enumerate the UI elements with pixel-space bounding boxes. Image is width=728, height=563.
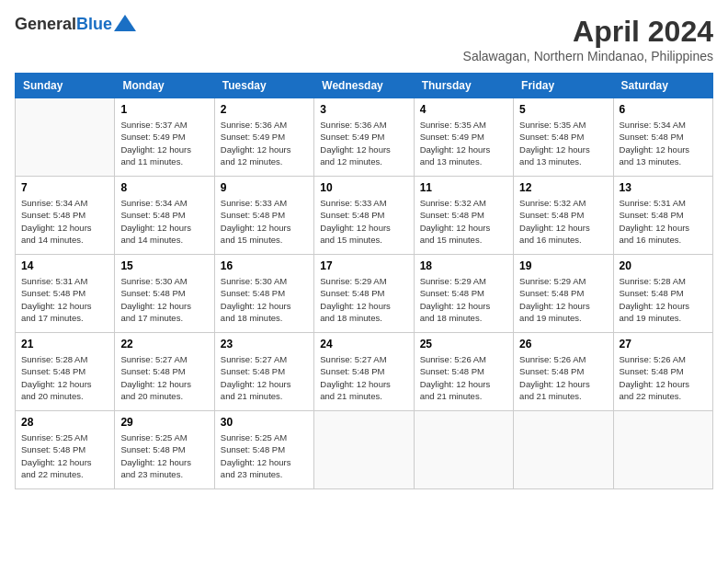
day-number: 10	[320, 181, 407, 194]
day-number: 27	[620, 338, 707, 350]
day-info: Sunrise: 5:25 AMSunset: 5:48 PMDaylight:…	[120, 431, 208, 480]
day-number: 22	[120, 338, 208, 350]
day-info: Sunrise: 5:29 AMSunset: 5:48 PMDaylight:…	[420, 275, 507, 324]
calendar-header-thursday: Thursday	[414, 74, 513, 98]
month-title: April 2024	[463, 15, 713, 49]
calendar-cell: 14Sunrise: 5:31 AMSunset: 5:48 PMDayligh…	[16, 255, 115, 333]
day-number: 16	[221, 259, 308, 272]
calendar-week-row: 7Sunrise: 5:34 AMSunset: 5:48 PMDaylight…	[16, 177, 713, 255]
calendar-week-row: 28Sunrise: 5:25 AMSunset: 5:48 PMDayligh…	[16, 411, 713, 489]
day-info: Sunrise: 5:33 AMSunset: 5:48 PMDaylight:…	[221, 197, 308, 246]
calendar-cell: 1Sunrise: 5:37 AMSunset: 5:49 PMDaylight…	[115, 98, 214, 177]
day-info: Sunrise: 5:36 AMSunset: 5:49 PMDaylight:…	[221, 119, 308, 167]
page-header: GeneralBlue April 2024 Salawagan, Northe…	[15, 15, 713, 63]
day-info: Sunrise: 5:30 AMSunset: 5:48 PMDaylight:…	[221, 275, 308, 324]
calendar-cell: 19Sunrise: 5:29 AMSunset: 5:48 PMDayligh…	[514, 255, 613, 333]
calendar-cell: 9Sunrise: 5:33 AMSunset: 5:48 PMDaylight…	[214, 177, 313, 255]
calendar-header-sunday: Sunday	[16, 74, 115, 98]
calendar-cell: 17Sunrise: 5:29 AMSunset: 5:48 PMDayligh…	[314, 255, 414, 333]
calendar-cell	[314, 411, 414, 489]
calendar-cell: 20Sunrise: 5:28 AMSunset: 5:48 PMDayligh…	[613, 255, 712, 333]
day-info: Sunrise: 5:32 AMSunset: 5:48 PMDaylight:…	[519, 197, 607, 246]
calendar-cell: 5Sunrise: 5:35 AMSunset: 5:48 PMDaylight…	[514, 98, 613, 177]
title-section: April 2024 Salawagan, Northern Mindanao,…	[463, 15, 713, 63]
calendar-cell: 13Sunrise: 5:31 AMSunset: 5:48 PMDayligh…	[613, 177, 712, 255]
day-info: Sunrise: 5:27 AMSunset: 5:48 PMDaylight:…	[320, 353, 407, 402]
calendar-cell: 15Sunrise: 5:30 AMSunset: 5:48 PMDayligh…	[115, 255, 214, 333]
day-number: 7	[21, 181, 108, 194]
day-info: Sunrise: 5:29 AMSunset: 5:48 PMDaylight:…	[320, 275, 407, 324]
logo-icon	[114, 15, 136, 31]
day-number: 29	[120, 416, 208, 429]
calendar-cell: 21Sunrise: 5:28 AMSunset: 5:48 PMDayligh…	[16, 333, 115, 411]
day-number: 26	[519, 338, 607, 350]
day-number: 11	[420, 181, 507, 194]
day-info: Sunrise: 5:27 AMSunset: 5:48 PMDaylight:…	[221, 353, 308, 402]
day-number: 19	[519, 259, 607, 272]
day-info: Sunrise: 5:34 AMSunset: 5:48 PMDaylight:…	[21, 197, 108, 246]
calendar-header-saturday: Saturday	[613, 74, 712, 98]
day-info: Sunrise: 5:33 AMSunset: 5:48 PMDaylight:…	[320, 197, 407, 246]
day-number: 8	[120, 181, 208, 194]
day-info: Sunrise: 5:30 AMSunset: 5:48 PMDaylight:…	[120, 275, 208, 324]
calendar-table: SundayMondayTuesdayWednesdayThursdayFrid…	[15, 73, 713, 489]
calendar-cell	[414, 411, 513, 489]
calendar-cell: 30Sunrise: 5:25 AMSunset: 5:48 PMDayligh…	[214, 411, 313, 489]
calendar-cell: 12Sunrise: 5:32 AMSunset: 5:48 PMDayligh…	[514, 177, 613, 255]
day-info: Sunrise: 5:32 AMSunset: 5:48 PMDaylight:…	[420, 197, 507, 246]
calendar-cell: 4Sunrise: 5:35 AMSunset: 5:49 PMDaylight…	[414, 98, 513, 177]
day-info: Sunrise: 5:26 AMSunset: 5:48 PMDaylight:…	[420, 353, 507, 402]
calendar-cell: 22Sunrise: 5:27 AMSunset: 5:48 PMDayligh…	[115, 333, 214, 411]
day-number: 5	[519, 103, 607, 116]
calendar-cell: 8Sunrise: 5:34 AMSunset: 5:48 PMDaylight…	[115, 177, 214, 255]
calendar-cell: 28Sunrise: 5:25 AMSunset: 5:48 PMDayligh…	[16, 411, 115, 489]
day-number: 23	[221, 338, 308, 350]
day-info: Sunrise: 5:35 AMSunset: 5:48 PMDaylight:…	[519, 119, 607, 167]
location-title: Salawagan, Northern Mindanao, Philippine…	[463, 49, 713, 63]
day-number: 25	[420, 338, 507, 350]
day-info: Sunrise: 5:37 AMSunset: 5:49 PMDaylight:…	[120, 119, 208, 167]
calendar-header-wednesday: Wednesday	[314, 74, 414, 98]
day-number: 3	[320, 103, 407, 116]
calendar-cell: 27Sunrise: 5:26 AMSunset: 5:48 PMDayligh…	[613, 333, 712, 411]
day-info: Sunrise: 5:25 AMSunset: 5:48 PMDaylight:…	[21, 431, 108, 480]
day-number: 28	[21, 416, 108, 429]
calendar-cell: 3Sunrise: 5:36 AMSunset: 5:49 PMDaylight…	[314, 98, 414, 177]
day-info: Sunrise: 5:31 AMSunset: 5:48 PMDaylight:…	[620, 197, 707, 246]
day-number: 2	[221, 103, 308, 116]
day-number: 17	[320, 259, 407, 272]
calendar-cell: 11Sunrise: 5:32 AMSunset: 5:48 PMDayligh…	[414, 177, 513, 255]
day-number: 1	[120, 103, 208, 116]
calendar-cell: 29Sunrise: 5:25 AMSunset: 5:48 PMDayligh…	[115, 411, 214, 489]
day-info: Sunrise: 5:29 AMSunset: 5:48 PMDaylight:…	[519, 275, 607, 324]
day-number: 30	[221, 416, 308, 429]
day-number: 6	[620, 103, 707, 116]
day-info: Sunrise: 5:34 AMSunset: 5:48 PMDaylight:…	[620, 119, 707, 167]
calendar-cell: 23Sunrise: 5:27 AMSunset: 5:48 PMDayligh…	[214, 333, 313, 411]
day-number: 20	[620, 259, 707, 272]
svg-marker-0	[114, 15, 136, 31]
calendar-header-monday: Monday	[115, 74, 214, 98]
calendar-cell	[16, 98, 115, 177]
day-number: 24	[320, 338, 407, 350]
calendar-header-tuesday: Tuesday	[214, 74, 313, 98]
calendar-cell: 25Sunrise: 5:26 AMSunset: 5:48 PMDayligh…	[414, 333, 513, 411]
calendar-header-friday: Friday	[514, 74, 613, 98]
day-info: Sunrise: 5:35 AMSunset: 5:49 PMDaylight:…	[420, 119, 507, 167]
calendar-cell	[613, 411, 712, 489]
day-info: Sunrise: 5:26 AMSunset: 5:48 PMDaylight:…	[620, 353, 707, 402]
day-info: Sunrise: 5:26 AMSunset: 5:48 PMDaylight:…	[519, 353, 607, 402]
day-number: 14	[21, 259, 108, 272]
day-number: 21	[21, 338, 108, 350]
day-number: 18	[420, 259, 507, 272]
day-number: 13	[620, 181, 707, 194]
day-number: 9	[221, 181, 308, 194]
calendar-cell: 24Sunrise: 5:27 AMSunset: 5:48 PMDayligh…	[314, 333, 414, 411]
calendar-week-row: 21Sunrise: 5:28 AMSunset: 5:48 PMDayligh…	[16, 333, 713, 411]
logo-general-text: GeneralBlue	[15, 15, 112, 34]
day-info: Sunrise: 5:36 AMSunset: 5:49 PMDaylight:…	[320, 119, 407, 167]
day-info: Sunrise: 5:27 AMSunset: 5:48 PMDaylight:…	[120, 353, 208, 402]
day-info: Sunrise: 5:28 AMSunset: 5:48 PMDaylight:…	[21, 353, 108, 402]
calendar-cell: 6Sunrise: 5:34 AMSunset: 5:48 PMDaylight…	[613, 98, 712, 177]
calendar-cell: 18Sunrise: 5:29 AMSunset: 5:48 PMDayligh…	[414, 255, 513, 333]
